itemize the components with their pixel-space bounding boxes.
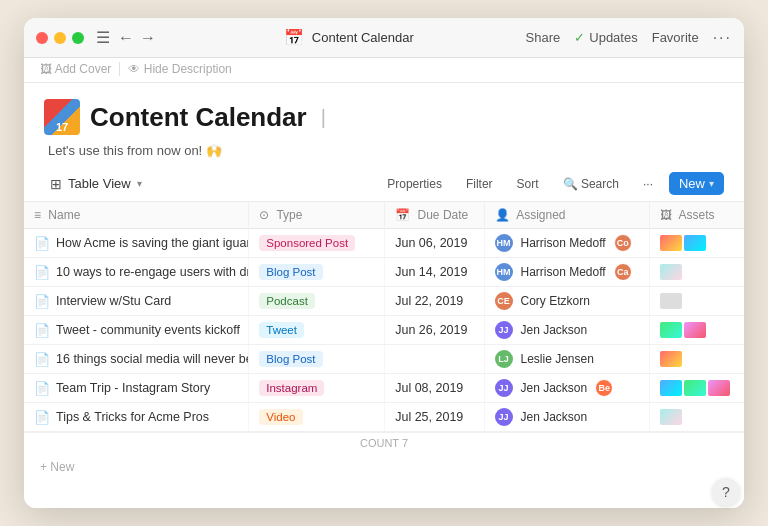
chevron-down-icon: ▾	[137, 178, 142, 189]
table-header-row: ≡ Name ⊙ Type 📅 Due Date 👤 Assigned	[24, 202, 744, 229]
cell-name: 📄Team Trip - Instagram Story	[24, 374, 249, 403]
assigned-col-icon: 👤	[495, 208, 510, 222]
cell-due: Jul 22, 2019	[385, 287, 484, 316]
table-count: COUNT 7	[24, 432, 744, 453]
back-icon[interactable]: ←	[118, 29, 134, 47]
cell-name: 📄16 things social media will never be e	[24, 345, 249, 374]
avatar-secondary: Ca	[614, 263, 632, 281]
cell-type: Sponsored Post	[249, 229, 385, 258]
asset-thumbnail	[660, 380, 682, 396]
search-icon: 🔍	[563, 177, 578, 191]
avatar: JJ	[495, 408, 513, 426]
cell-assets	[649, 345, 744, 374]
col-header-assigned: 👤 Assigned	[484, 202, 649, 229]
table-container: ≡ Name ⊙ Type 📅 Due Date 👤 Assigned	[24, 202, 744, 508]
avatar: JJ	[495, 321, 513, 339]
cell-assets	[649, 403, 744, 432]
cursor-icon: |	[321, 106, 326, 129]
add-new-label[interactable]: + New	[40, 460, 74, 474]
cell-name: 📄Tweet - community events kickoff	[24, 316, 249, 345]
table-row[interactable]: 📄Team Trip - Instagram StoryInstagramJul…	[24, 374, 744, 403]
share-button[interactable]: Share	[526, 30, 561, 45]
search-button[interactable]: 🔍 Search	[555, 174, 627, 194]
cell-type: Blog Post	[249, 345, 385, 374]
favorite-button[interactable]: Favorite	[652, 30, 699, 45]
cell-assigned: LJLeslie Jensen	[484, 345, 649, 374]
asset-thumbnail	[684, 380, 706, 396]
type-badge: Podcast	[259, 293, 315, 309]
table-row[interactable]: 📄Tips & Tricks for Acme ProsVideoJul 25,…	[24, 403, 744, 432]
hide-description-button[interactable]: 👁 Hide Description	[128, 62, 231, 76]
page-title-row: 17 Content Calendar |	[44, 99, 724, 135]
titlebar-right: Share ✓ Updates Favorite ···	[526, 29, 732, 47]
table-row[interactable]: 📄Interview w/Stu CardPodcastJul 22, 2019…	[24, 287, 744, 316]
assigned-name: Harrison Medoff	[521, 236, 606, 250]
cell-assigned: CECory Etzkorn	[484, 287, 649, 316]
more-view-options-icon[interactable]: ···	[635, 174, 661, 194]
table-row[interactable]: 📄10 ways to re-engage users with dripBlo…	[24, 258, 744, 287]
table-row[interactable]: 📄Tweet - community events kickoffTweetJu…	[24, 316, 744, 345]
updates-button[interactable]: ✓ Updates	[574, 30, 637, 45]
add-new-row-area[interactable]: + New	[24, 453, 744, 480]
row-name: 10 ways to re-engage users with drip	[56, 265, 249, 279]
col-header-due: 📅 Due Date	[385, 202, 484, 229]
table-row[interactable]: 📄16 things social media will never be eB…	[24, 345, 744, 374]
avatar: HM	[495, 234, 513, 252]
cell-name: 📄Interview w/Stu Card	[24, 287, 249, 316]
more-options-icon[interactable]: ···	[713, 29, 732, 47]
view-selector[interactable]: ⊞ Table View ▾	[44, 173, 148, 195]
cell-name: 📄Tips & Tricks for Acme Pros	[24, 403, 249, 432]
avatar-secondary: Be	[595, 379, 613, 397]
type-badge: Instagram	[259, 380, 324, 396]
asset-thumbnail	[660, 322, 682, 338]
type-badge: Video	[259, 409, 302, 425]
asset-thumbnail	[660, 351, 682, 367]
page-toolbar: 🖼 Add Cover 👁 Hide Description	[24, 58, 744, 83]
cell-assigned: JJJen Jackson	[484, 403, 649, 432]
chevron-icon: ▾	[709, 178, 714, 189]
cell-assigned: HMHarrison MedoffCo	[484, 229, 649, 258]
cell-assets	[649, 229, 744, 258]
avatar: HM	[495, 263, 513, 281]
new-button[interactable]: New ▾	[669, 172, 724, 195]
asset-thumbnail	[660, 235, 682, 251]
cell-due	[385, 345, 484, 374]
main-window: ☰ ← → 📅 Content Calendar Share ✓ Updates…	[24, 18, 744, 508]
forward-icon[interactable]: →	[140, 29, 156, 47]
type-col-icon: ⊙	[259, 208, 269, 222]
sort-button[interactable]: Sort	[509, 174, 547, 194]
asset-thumbnail	[660, 264, 682, 280]
cell-assets	[649, 374, 744, 403]
avatar: LJ	[495, 350, 513, 368]
add-cover-button[interactable]: 🖼 Add Cover	[40, 62, 111, 76]
help-button[interactable]: ?	[712, 478, 740, 506]
content-table: ≡ Name ⊙ Type 📅 Due Date 👤 Assigned	[24, 202, 744, 432]
doc-icon: 📄	[34, 381, 50, 396]
doc-icon: 📄	[34, 294, 50, 309]
row-name: 16 things social media will never be e	[56, 352, 249, 366]
row-name: How Acme is saving the giant iguana	[56, 236, 249, 250]
close-button[interactable]	[36, 32, 48, 44]
asset-thumbnail	[684, 322, 706, 338]
page-title[interactable]: Content Calendar	[90, 102, 307, 133]
row-name: Interview w/Stu Card	[56, 294, 171, 308]
type-badge: Blog Post	[259, 351, 322, 367]
minimize-button[interactable]	[54, 32, 66, 44]
cell-type: Video	[249, 403, 385, 432]
filter-button[interactable]: Filter	[458, 174, 501, 194]
table-row[interactable]: 📄How Acme is saving the giant iguanaSpon…	[24, 229, 744, 258]
page-description: Let's use this from now on! 🙌	[48, 143, 724, 158]
toolbar-separator	[119, 62, 120, 76]
properties-button[interactable]: Properties	[379, 174, 450, 194]
cell-assigned: HMHarrison MedoffCa	[484, 258, 649, 287]
assigned-name: Jen Jackson	[521, 323, 588, 337]
page-title-icon: 17	[44, 99, 80, 135]
hamburger-icon[interactable]: ☰	[96, 28, 110, 47]
asset-thumbnail	[684, 235, 706, 251]
page-header: 17 Content Calendar | Let's use this fro…	[24, 83, 744, 166]
type-badge: Sponsored Post	[259, 235, 355, 251]
table-icon: ⊞	[50, 176, 62, 192]
doc-icon: 📄	[34, 265, 50, 280]
asset-thumbnail	[660, 409, 682, 425]
maximize-button[interactable]	[72, 32, 84, 44]
